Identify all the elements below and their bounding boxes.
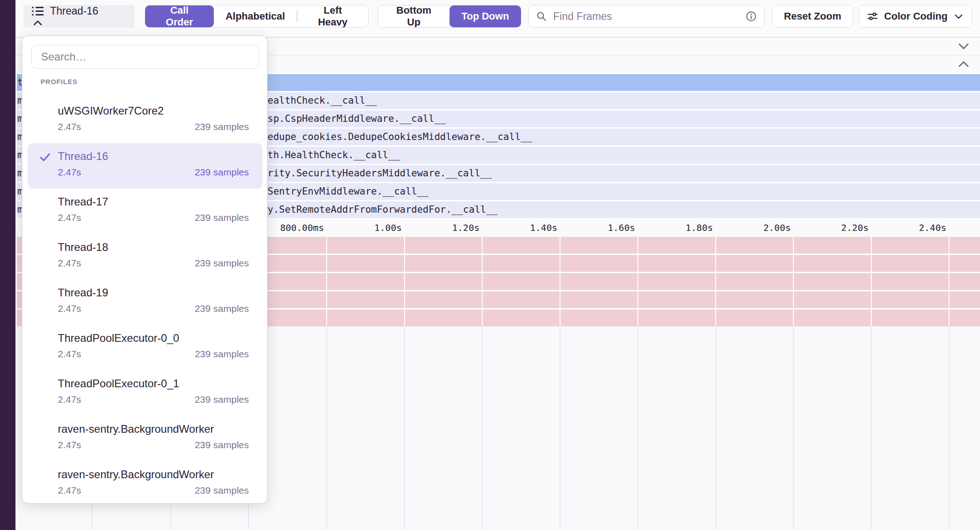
axis-tick-label: 2.00s — [763, 220, 791, 236]
profile-list-item[interactable]: Thread-19 2.47s 239 samples — [28, 280, 263, 325]
profile-search-input[interactable] — [40, 50, 250, 64]
time-gridline — [715, 237, 716, 326]
profile-item-samples: 239 samples — [195, 303, 249, 314]
profile-item-duration: 2.47s — [58, 212, 81, 223]
tab-left-heavy[interactable]: Left Heavy — [298, 5, 368, 27]
time-gridline — [871, 326, 872, 530]
time-gridline — [871, 237, 872, 326]
profile-list-item[interactable]: raven-sentry.BackgroundWorker 2.47s 239 … — [28, 461, 263, 507]
profile-item-duration: 2.47s — [58, 121, 81, 132]
time-gridline — [793, 326, 794, 530]
checkmark-icon — [39, 151, 51, 165]
profile-item-name: Thread-17 — [58, 195, 249, 209]
profile-item-name: ThreadPoolExecutor-0_0 — [58, 331, 249, 345]
profile-list-item[interactable]: raven-sentry.BackgroundWorker 2.47s 239 … — [28, 416, 263, 461]
thread-list-icon — [32, 6, 44, 16]
profile-item-samples: 239 samples — [195, 440, 249, 450]
toolbar: Thread-16 Call Order Alphabetical Left H… — [15, 0, 980, 37]
profile-list-item[interactable]: Thread-16 2.47s 239 samples — [28, 143, 263, 189]
tab-top-down[interactable]: Top Down — [450, 5, 521, 27]
time-gridline — [560, 237, 561, 326]
time-gridline — [793, 237, 794, 326]
reset-zoom-button[interactable]: Reset Zoom — [772, 5, 853, 28]
time-gridline — [404, 326, 405, 530]
flame-frame-label: rity.SecurityHeadersMiddleware.__call__ — [268, 165, 492, 182]
profile-item-name: Thread-16 — [58, 150, 249, 163]
profile-item-name: raven-sentry.BackgroundWorker — [58, 468, 249, 481]
profile-item-duration: 2.47s — [58, 258, 81, 269]
time-gridline — [949, 326, 950, 530]
chevron-up-icon — [32, 17, 44, 29]
profile-item-samples: 239 samples — [195, 121, 249, 132]
profiles-section-label: PROFILES — [40, 78, 77, 85]
profile-item-name: ThreadPoolExecutor-0_1 — [58, 377, 249, 390]
time-gridline — [482, 326, 483, 530]
flame-frame-label: ealthCheck.__call__ — [268, 92, 377, 109]
time-gridline — [715, 326, 716, 530]
sliders-icon — [867, 10, 879, 22]
time-gridline — [637, 237, 638, 326]
profile-list-item[interactable]: uWSGIWorker7Core2 2.47s 239 samples — [28, 98, 263, 143]
profile-item-samples: 239 samples — [195, 394, 249, 405]
axis-tick-label: 1.40s — [530, 220, 557, 236]
time-gridline — [482, 237, 483, 326]
profile-list-item[interactable]: ThreadPoolExecutor-0_0 2.47s 239 samples — [28, 325, 263, 370]
profile-item-duration: 2.47s — [58, 485, 81, 496]
profile-item-duration: 2.47s — [58, 394, 81, 405]
profile-item-duration: 2.47s — [58, 303, 81, 314]
sidebar-nav-strip — [0, 0, 15, 530]
color-coding-label: Color Coding — [884, 10, 947, 22]
profile-list-item[interactable]: Thread-18 2.47s 239 samples — [28, 234, 263, 280]
expand-minimap-chevron-down-icon[interactable] — [957, 41, 970, 53]
color-coding-button[interactable]: Color Coding — [859, 5, 972, 28]
search-icon — [536, 11, 547, 22]
flame-frame-label: th.HealthCheck.__call__ — [268, 147, 400, 164]
profile-item-name: Thread-19 — [58, 286, 249, 300]
flame-frame-label: y.SetRemoteAddrFromForwardedFor.__call__ — [268, 201, 498, 218]
flame-frame-label: edupe_cookies.DedupeCookiesMiddleware.__… — [268, 129, 532, 145]
find-frames-searchbox — [528, 5, 765, 28]
find-frames-input[interactable] — [552, 10, 745, 23]
axis-tick-label: 1.20s — [452, 220, 480, 236]
chevron-down-icon — [953, 11, 964, 22]
time-gridline — [404, 237, 405, 326]
time-gridline — [949, 237, 950, 326]
profile-item-name: raven-sentry.BackgroundWorker — [58, 422, 249, 436]
profile-list-item[interactable]: ThreadPoolExecutor-0_1 2.47s 239 samples — [28, 370, 263, 416]
profile-item-samples: 239 samples — [195, 167, 249, 178]
profile-item-duration: 2.47s — [58, 440, 81, 450]
direction-tab-group: Bottom Up Top Down — [378, 5, 521, 28]
axis-tick-label: 2.40s — [919, 220, 946, 236]
collapse-flamegraph-chevron-up-icon[interactable] — [957, 59, 970, 71]
axis-tick-label: 1.00s — [374, 220, 402, 236]
axis-tick-label: 1.80s — [686, 220, 713, 236]
thread-selector-label: Thread-16 — [50, 5, 98, 17]
time-gridline — [560, 326, 561, 530]
profile-item-name: uWSGIWorker7Core2 — [58, 104, 249, 118]
profile-list-item[interactable]: Thread-17 2.47s 239 samples — [28, 189, 263, 234]
time-gridline — [326, 237, 327, 326]
profile-item-samples: 239 samples — [195, 258, 249, 269]
profile-list: uWSGIWorker7Core2 2.47s 239 samples Thre… — [22, 98, 268, 507]
time-gridline — [326, 326, 327, 530]
tab-alphabetical[interactable]: Alphabetical — [214, 5, 297, 27]
profile-item-samples: 239 samples — [195, 212, 249, 223]
thread-selector-button[interactable]: Thread-16 — [24, 5, 135, 28]
profile-item-name: Thread-18 — [58, 240, 249, 254]
profile-dropdown-menu: PROFILES uWSGIWorker7Core2 2.47s 239 sam… — [22, 35, 268, 504]
axis-tick-label: 2.20s — [841, 220, 869, 236]
profile-item-duration: 2.47s — [58, 349, 81, 360]
profile-item-samples: 239 samples — [195, 349, 249, 360]
info-icon[interactable] — [745, 10, 757, 22]
axis-tick-label: 1.60s — [608, 220, 635, 236]
flame-frame-label: sp.CspHeaderMiddleware.__call__ — [268, 110, 446, 127]
time-gridline — [637, 326, 638, 530]
profile-item-duration: 2.47s — [58, 167, 81, 178]
axis-tick-label: 800.00ms — [280, 220, 324, 236]
profile-search-box — [31, 45, 259, 69]
order-tab-group: Call Order Alphabetical Left Heavy — [145, 5, 369, 28]
profile-item-samples: 239 samples — [195, 485, 249, 496]
flame-frame-label: SentryEnvMiddleware.__call__ — [268, 183, 429, 200]
tab-call-order[interactable]: Call Order — [145, 5, 214, 27]
tab-bottom-up[interactable]: Bottom Up — [378, 5, 450, 27]
